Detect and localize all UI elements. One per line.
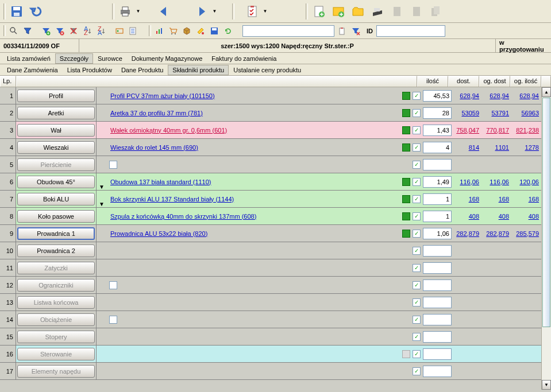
new-doc-button[interactable] [310, 1, 328, 21]
quantity-input[interactable] [423, 90, 452, 102]
col-og-dost[interactable]: og. dost [479, 76, 510, 87]
row-checkbox[interactable]: ✓ [413, 161, 421, 169]
component-button[interactable]: Elementy napędu [17, 365, 95, 378]
value-og_ilosc[interactable]: 408 [511, 213, 541, 220]
value-og_dost[interactable]: 282,879 [481, 230, 511, 237]
next-dropdown[interactable]: ▼ [212, 9, 217, 14]
row-checkbox[interactable]: ✓ [413, 316, 421, 324]
id-input[interactable] [376, 25, 445, 37]
row-checkbox[interactable]: ✓ [413, 367, 421, 375]
value-og_ilosc[interactable]: 821,238 [511, 127, 541, 134]
mid-checkbox[interactable] [109, 161, 117, 169]
row-checkbox[interactable]: ✓ [413, 350, 421, 358]
product-link[interactable]: Bok skrzynki ALU 137 Standard biały (114… [110, 196, 234, 203]
value-og_dost[interactable]: 408 [481, 213, 511, 220]
quantity-input[interactable] [423, 142, 452, 153]
quantity-input[interactable] [423, 280, 452, 291]
component-button[interactable]: Obciążenie [17, 313, 95, 326]
status-icon[interactable] [402, 126, 410, 134]
component-button[interactable]: Ograniczniki [17, 279, 95, 292]
col-og-ilosc[interactable]: og. ilość [510, 76, 541, 87]
row-checkbox[interactable]: ✓ [413, 92, 421, 100]
row-checkbox[interactable]: ✓ [413, 178, 421, 186]
sort-desc-button[interactable]: ZA [95, 25, 107, 37]
new-item-button[interactable] [329, 1, 348, 21]
col-ilosc[interactable]: ilość [417, 76, 448, 87]
component-button[interactable]: Prowadnica 1 [17, 227, 95, 240]
value-dost[interactable]: 282,879 [452, 230, 481, 237]
value-og_dost[interactable]: 53791 [481, 110, 511, 117]
component-button[interactable]: Stopery [17, 331, 95, 343]
quantity-input[interactable] [423, 125, 452, 136]
filter-button[interactable] [21, 25, 34, 37]
scroll-up-button[interactable]: ▲ [542, 87, 551, 97]
dropdown-icon[interactable]: ▼ [97, 191, 107, 207]
component-button[interactable]: Profil [17, 90, 95, 102]
product-link[interactable]: Profil PCV 37mm ażur biały (101150) [110, 92, 215, 99]
filter-clear-button[interactable] [67, 25, 80, 37]
row-checkbox[interactable]: ✓ [413, 333, 421, 341]
quantity-input[interactable] [423, 211, 452, 222]
quantity-input[interactable] [423, 314, 452, 325]
col-dost[interactable]: dost. [448, 76, 479, 87]
disk-button[interactable] [208, 25, 221, 37]
value-dost[interactable]: 53059 [452, 110, 481, 117]
quantity-input[interactable] [423, 228, 452, 239]
product-link[interactable]: Obudowa 137 biała standard (1110) [110, 178, 211, 185]
component-button[interactable]: Listwa końcowa [17, 296, 95, 309]
row-checkbox[interactable]: ✓ [413, 109, 421, 117]
filter-add-button[interactable] [40, 25, 52, 37]
tool-a-button[interactable] [113, 25, 126, 37]
component-button[interactable]: Aretki [17, 107, 95, 119]
sub-tab[interactable]: Dane Produktu [117, 65, 168, 75]
dropdown-icon[interactable]: ▼ [97, 173, 107, 190]
quantity-input[interactable] [423, 159, 452, 170]
status-icon[interactable] [402, 109, 410, 117]
open-folder-button[interactable] [349, 1, 367, 21]
row-checkbox[interactable]: ✓ [413, 281, 421, 289]
prev-button[interactable] [155, 1, 173, 21]
status-icon[interactable] [402, 212, 410, 220]
row-checkbox[interactable]: ✓ [413, 195, 421, 203]
quantity-input[interactable] [423, 176, 452, 188]
product-link[interactable]: Wałek ośmiokątny 40mm gr. 0,6mm (601) [110, 127, 227, 134]
clipboard-button[interactable] [336, 25, 348, 37]
scanner-button[interactable] [368, 1, 387, 21]
search-button[interactable] [7, 25, 20, 37]
value-og_dost[interactable]: 770,817 [481, 127, 511, 134]
value-dost[interactable]: 168 [452, 196, 481, 203]
sub-tab[interactable]: Lista Produktów [63, 65, 117, 75]
scroll-track[interactable] [542, 97, 551, 380]
value-og_ilosc[interactable]: 1278 [511, 144, 541, 151]
sub-tab[interactable]: Dane Zamówienia [2, 65, 63, 75]
value-og_dost[interactable]: 168 [481, 196, 511, 203]
col-lp[interactable]: Lp. [0, 76, 16, 87]
value-og_ilosc[interactable]: 120,06 [511, 178, 541, 185]
quantity-input[interactable] [423, 331, 452, 343]
value-dost[interactable]: 116,06 [452, 178, 481, 185]
undo-button[interactable] [27, 1, 45, 21]
value-og_dost[interactable]: 628,94 [481, 92, 511, 99]
tool-b-button[interactable] [127, 25, 140, 37]
print-button[interactable] [116, 1, 134, 21]
main-tab[interactable]: Surowce [93, 53, 127, 64]
next-button[interactable] [192, 1, 211, 21]
sub-tab[interactable]: Składniki produktu [168, 65, 229, 75]
value-dost[interactable]: 408 [452, 213, 481, 220]
value-og_ilosc[interactable]: 285,579 [511, 230, 541, 237]
sub-tab[interactable]: Ustalanie ceny produktu [229, 65, 306, 75]
quantity-input[interactable] [423, 245, 452, 257]
component-button[interactable]: Wał [17, 124, 95, 137]
row-checkbox[interactable]: ✓ [413, 298, 421, 306]
main-tab[interactable]: Dokumenty Magazynowe [127, 53, 207, 64]
component-button[interactable]: Boki ALU [17, 193, 95, 205]
quantity-input[interactable] [423, 366, 452, 377]
product-link[interactable]: Szpula z końcówką 40mm do skrzynki 137mm… [110, 213, 256, 220]
component-button[interactable]: Prowadnica 2 [17, 244, 95, 257]
filter-remove-button[interactable] [53, 25, 66, 37]
status-icon[interactable] [402, 230, 410, 238]
mid-checkbox[interactable] [109, 281, 117, 289]
mid-checkbox[interactable] [109, 316, 117, 324]
sort-asc-button[interactable]: AZ [81, 25, 94, 37]
component-button[interactable]: Wieszaki [17, 141, 95, 154]
